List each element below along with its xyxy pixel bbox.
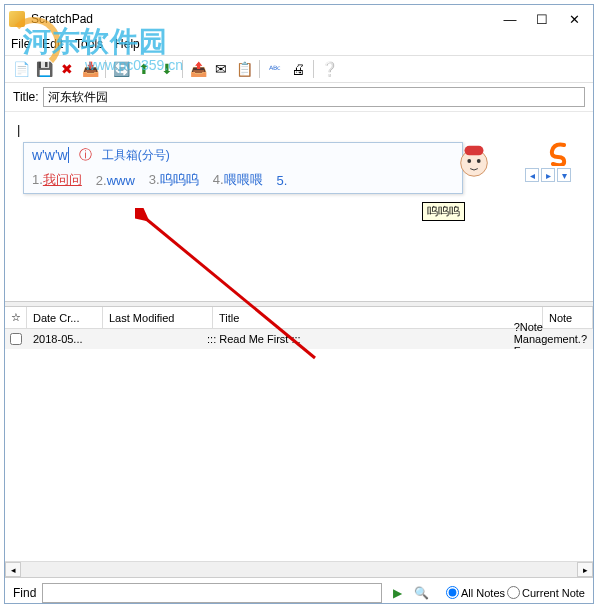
- row-checkbox[interactable]: [10, 333, 22, 345]
- toolbar-separator: [105, 60, 106, 78]
- row-date: 2018-05...: [27, 329, 98, 349]
- menu-file[interactable]: File: [11, 37, 30, 51]
- titlebar: ScratchPad — ☐ ✕: [5, 5, 593, 33]
- find-next-icon[interactable]: ▶: [388, 584, 406, 602]
- app-icon: [9, 11, 25, 27]
- row-modified: [98, 329, 201, 349]
- radio-all-notes-input[interactable]: [446, 586, 459, 599]
- menu-tools[interactable]: Tools: [75, 37, 103, 51]
- mail-icon[interactable]: ✉: [211, 59, 231, 79]
- ime-candidates: 1.我问问 2.www 3.呜呜呜 4.喂喂喂 5.: [24, 167, 462, 193]
- minimize-button[interactable]: —: [503, 12, 517, 26]
- toolbar-separator: [182, 60, 183, 78]
- radio-current-note[interactable]: Current Note: [507, 586, 585, 599]
- header-date[interactable]: Date Cr...: [27, 307, 103, 328]
- ime-composition: w'w'w: [32, 147, 69, 163]
- row-title: ::: Read Me First :::: [201, 329, 508, 349]
- close-button[interactable]: ✕: [567, 12, 581, 26]
- ime-candidate-5[interactable]: 5.: [277, 173, 288, 188]
- radio-all-notes[interactable]: All Notes: [446, 586, 505, 599]
- findbar: Find ▶ 🔍 All Notes Current Note: [5, 577, 593, 607]
- header-title[interactable]: Title: [213, 307, 543, 328]
- find-options-icon[interactable]: 🔍: [412, 584, 430, 602]
- up-icon[interactable]: ⬆: [134, 59, 154, 79]
- window-controls: — ☐ ✕: [503, 12, 589, 26]
- scroll-track[interactable]: [21, 562, 577, 577]
- copy-icon[interactable]: 📋: [234, 59, 254, 79]
- print-icon[interactable]: 🖨: [288, 59, 308, 79]
- help-icon[interactable]: ❔: [319, 59, 339, 79]
- title-row: Title:: [5, 83, 593, 111]
- menubar: File Edit Tools Help: [5, 33, 593, 55]
- app-window: 河东软件园 www.pc0359.cn ScratchPad — ☐ ✕ Fil…: [4, 4, 594, 604]
- ime-nav: ◂ ▸ ▾: [525, 168, 571, 182]
- ime-toolbox-label[interactable]: 工具箱(分号): [102, 147, 170, 164]
- radio-current-note-input[interactable]: [507, 586, 520, 599]
- ime-candidate-4[interactable]: 4.喂喂喂: [213, 171, 263, 189]
- ime-more-button[interactable]: ▾: [557, 168, 571, 182]
- header-modified[interactable]: Last Modified: [103, 307, 213, 328]
- menu-help[interactable]: Help: [115, 37, 140, 51]
- toolbar-separator: [313, 60, 314, 78]
- ime-prev-button[interactable]: ◂: [525, 168, 539, 182]
- svg-point-3: [477, 159, 481, 163]
- ime-tooltip: 呜呜呜: [422, 202, 465, 221]
- list-header: ☆ Date Cr... Last Modified Title Note: [5, 307, 593, 329]
- notes-list: ☆ Date Cr... Last Modified Title Note 20…: [5, 307, 593, 577]
- maximize-button[interactable]: ☐: [535, 12, 549, 26]
- editor-cursor: |: [17, 122, 20, 137]
- list-body: [5, 349, 593, 561]
- find-scope-group: All Notes Current Note: [446, 586, 585, 599]
- find-label: Find: [13, 586, 36, 600]
- spellcheck-icon[interactable]: ᴬᴮᶜ: [265, 59, 285, 79]
- find-input[interactable]: [42, 583, 382, 603]
- toolbar: 📄 💾 ✖ 📥 🔄 ⬆ ⬇ 📤 ✉ 📋 ᴬᴮᶜ 🖨 ❔: [5, 55, 593, 83]
- ime-top-row: w'w'w ⓘ 工具箱(分号): [24, 143, 462, 167]
- list-row[interactable]: 2018-05... ::: Read Me First ::: ?Note M…: [5, 329, 593, 349]
- svg-rect-1: [465, 146, 484, 156]
- header-checkbox-col[interactable]: ☆: [5, 307, 27, 328]
- ime-toolbox-icon[interactable]: ⓘ: [79, 146, 92, 164]
- ime-candidate-1[interactable]: 1.我问问: [32, 171, 82, 189]
- title-label: Title:: [13, 90, 39, 104]
- ime-next-button[interactable]: ▸: [541, 168, 555, 182]
- new-icon[interactable]: 📄: [11, 59, 31, 79]
- ime-panel: w'w'w ⓘ 工具箱(分号) 1.我问问 2.www 3.呜呜呜 4.喂喂喂 …: [23, 142, 463, 194]
- ime-emoji-icon[interactable]: [455, 142, 493, 180]
- menu-edit[interactable]: Edit: [42, 37, 63, 51]
- scroll-right-button[interactable]: ▸: [577, 562, 593, 577]
- save-icon[interactable]: 💾: [34, 59, 54, 79]
- scroll-left-button[interactable]: ◂: [5, 562, 21, 577]
- editor-area[interactable]: | w'w'w ⓘ 工具箱(分号) 1.我问问 2.www 3.呜呜呜 4.喂喂…: [5, 111, 593, 301]
- title-input[interactable]: [43, 87, 585, 107]
- moveup-icon[interactable]: 📤: [188, 59, 208, 79]
- horizontal-scrollbar[interactable]: ◂ ▸: [5, 561, 593, 577]
- import-icon[interactable]: 📥: [80, 59, 100, 79]
- down-icon[interactable]: ⬇: [157, 59, 177, 79]
- toolbar-separator: [259, 60, 260, 78]
- refresh-icon[interactable]: 🔄: [111, 59, 131, 79]
- sogou-logo-icon[interactable]: [545, 140, 571, 166]
- row-note: ?Note Management.?F: [508, 329, 593, 349]
- delete-icon[interactable]: ✖: [57, 59, 77, 79]
- svg-point-2: [467, 159, 471, 163]
- ime-candidate-3[interactable]: 3.呜呜呜: [149, 171, 199, 189]
- ime-candidate-2[interactable]: 2.www: [96, 173, 135, 188]
- app-title: ScratchPad: [31, 12, 503, 26]
